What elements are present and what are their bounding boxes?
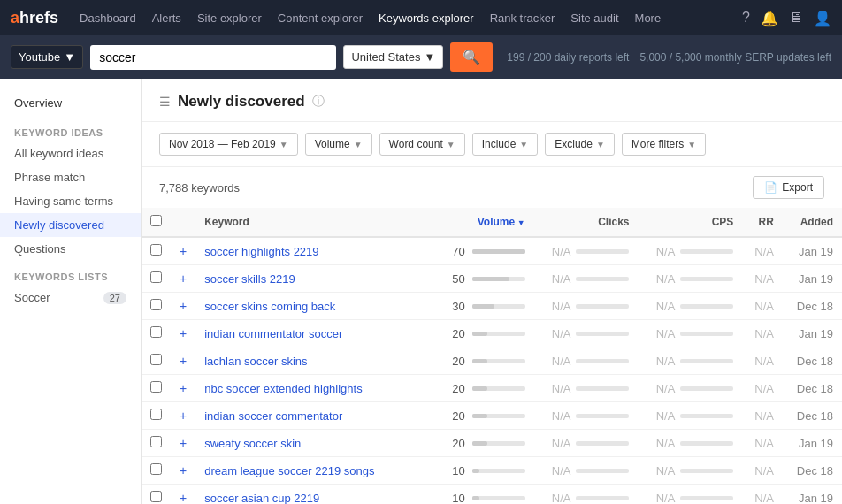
row-checkbox-input-6[interactable] (150, 409, 162, 420)
help-icon[interactable]: ? (742, 10, 750, 26)
row-checkbox-9[interactable] (142, 485, 171, 505)
row-added-1: Jan 19 (783, 265, 842, 293)
nav-site-explorer[interactable]: Site explorer (190, 8, 269, 28)
row-checkbox-input-5[interactable] (150, 381, 162, 393)
sidebar-list-soccer[interactable]: Soccer 27 (0, 286, 141, 309)
include-filter[interactable]: Include ▼ (472, 133, 539, 156)
row-cps-0: N/A (638, 237, 742, 265)
row-checkbox-input-1[interactable] (150, 271, 162, 283)
select-all-input[interactable] (150, 215, 162, 226)
row-added-9: Jan 19 (783, 485, 842, 505)
nav-content-explorer[interactable]: Content explorer (271, 8, 370, 28)
table-row: + soccer highlights 2219 70 N/A N/A N/A … (142, 237, 842, 265)
sidebar-phrase-match[interactable]: Phrase match (0, 165, 141, 189)
sidebar-newly-discovered[interactable]: Newly discovered (0, 213, 141, 237)
row-checkbox-7[interactable] (142, 430, 171, 457)
sidebar-questions[interactable]: Questions (0, 237, 141, 261)
date-range-filter[interactable]: Nov 2018 — Feb 2019 ▼ (159, 133, 298, 156)
sidebar-all-keyword-ideas[interactable]: All keyword ideas (0, 141, 141, 165)
row-cps-1: N/A (638, 265, 742, 293)
row-keyword-4[interactable]: lachlan soccer skins (195, 347, 434, 375)
nav-dashboard[interactable]: Dashboard (73, 8, 143, 28)
keyword-header: Keyword (195, 208, 434, 237)
volume-filter[interactable]: Volume ▼ (305, 133, 372, 156)
table-row: + indian commentator soccer 20 N/A N/A N… (142, 320, 842, 347)
row-checkbox-1[interactable] (142, 265, 171, 293)
row-checkbox-input-9[interactable] (150, 491, 162, 502)
row-keyword-5[interactable]: nbc soccer extended highlights (195, 375, 434, 402)
row-rr-4: N/A (742, 347, 783, 375)
word-count-filter[interactable]: Word count ▼ (379, 133, 465, 156)
row-checkbox-input-8[interactable] (150, 463, 162, 475)
row-clicks-0: N/A (534, 237, 639, 265)
row-rr-0: N/A (742, 237, 783, 265)
row-rr-3: N/A (742, 320, 783, 347)
row-keyword-7[interactable]: sweaty soccer skin (195, 430, 434, 457)
volume-header[interactable]: Volume (434, 208, 533, 237)
nav-more[interactable]: More (628, 8, 669, 28)
exclude-filter[interactable]: Exclude ▼ (545, 133, 615, 156)
row-add-3[interactable]: + (171, 320, 195, 347)
sidebar-overview[interactable]: Overview (0, 89, 141, 117)
row-checkbox-input-7[interactable] (150, 436, 162, 447)
row-checkbox-6[interactable] (142, 402, 171, 430)
row-checkbox-5[interactable] (142, 375, 171, 402)
row-keyword-1[interactable]: soccer skills 2219 (195, 265, 434, 293)
row-add-0[interactable]: + (171, 237, 195, 265)
row-add-1[interactable]: + (171, 265, 195, 293)
nav-right-icons: ? 🔔 🖥 👤 (742, 10, 831, 27)
nav-alerts[interactable]: Alerts (145, 8, 188, 28)
row-checkbox-0[interactable] (142, 237, 171, 265)
page-title-info-icon[interactable]: ⓘ (312, 94, 325, 110)
more-filters[interactable]: More filters ▼ (622, 133, 706, 156)
row-add-4[interactable]: + (171, 347, 195, 375)
row-checkbox-2[interactable] (142, 293, 171, 320)
sidebar-having-same-terms[interactable]: Having same terms (0, 189, 141, 213)
row-added-8: Dec 18 (783, 457, 842, 485)
main-header: ☰ Newly discovered ⓘ (142, 79, 842, 122)
row-cps-2: N/A (638, 293, 742, 320)
user-icon[interactable]: 👤 (814, 10, 831, 27)
row-keyword-6[interactable]: indian soccer commentator (195, 402, 434, 430)
row-add-2[interactable]: + (171, 293, 195, 320)
keywords-lists-title: KEYWORDS LISTS (0, 261, 141, 286)
row-checkbox-input-2[interactable] (150, 299, 162, 310)
row-add-8[interactable]: + (171, 457, 195, 485)
country-select[interactable]: United States ▼ (343, 45, 443, 69)
row-checkbox-8[interactable] (142, 457, 171, 485)
row-checkbox-input-3[interactable] (150, 326, 162, 338)
list-soccer-label: Soccer (14, 291, 50, 304)
row-checkbox-4[interactable] (142, 347, 171, 375)
source-label: Youtube (19, 50, 60, 64)
row-add-7[interactable]: + (171, 430, 195, 457)
row-checkbox-input-0[interactable] (150, 244, 162, 256)
row-volume-8: 10 (434, 457, 533, 485)
select-all-checkbox[interactable] (142, 208, 171, 237)
row-keyword-2[interactable]: soccer skins coming back (195, 293, 434, 320)
daily-credits: 199 / 200 daily reports left (507, 51, 629, 64)
row-add-5[interactable]: + (171, 375, 195, 402)
row-clicks-2: N/A (534, 293, 639, 320)
row-keyword-0[interactable]: soccer highlights 2219 (195, 237, 434, 265)
row-checkbox-3[interactable] (142, 320, 171, 347)
row-checkbox-input-4[interactable] (150, 354, 162, 365)
nav-rank-tracker[interactable]: Rank tracker (483, 8, 563, 28)
nav-site-audit[interactable]: Site audit (563, 8, 625, 28)
row-keyword-3[interactable]: indian commentator soccer (195, 320, 434, 347)
source-select[interactable]: Youtube ▼ (11, 45, 83, 69)
row-keyword-8[interactable]: dream league soccer 2219 songs (195, 457, 434, 485)
list-soccer-badge: 27 (103, 292, 126, 304)
results-bar: 7,788 keywords 📄 Export (142, 167, 842, 208)
nav-links: Dashboard Alerts Site explorer Content e… (73, 8, 668, 28)
row-add-6[interactable]: + (171, 402, 195, 430)
export-button[interactable]: 📄 Export (753, 176, 824, 199)
hamburger-icon[interactable]: ☰ (159, 95, 171, 109)
search-input[interactable] (90, 45, 336, 70)
search-button[interactable]: 🔍 (450, 42, 493, 72)
row-keyword-9[interactable]: soccer asian cup 2219 (195, 485, 434, 505)
nav-keywords-explorer[interactable]: Keywords explorer (371, 8, 481, 28)
row-add-9[interactable]: + (171, 485, 195, 505)
row-added-2: Dec 18 (783, 293, 842, 320)
bell-icon[interactable]: 🔔 (761, 10, 778, 27)
monitor-icon[interactable]: 🖥 (789, 10, 803, 26)
